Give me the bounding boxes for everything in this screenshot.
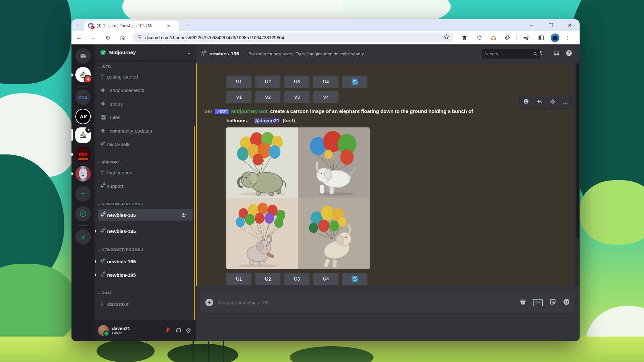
server-mask[interactable]	[75, 166, 91, 181]
more-options-icon[interactable]: …	[563, 99, 568, 105]
upscale-button-u1[interactable]: U1	[226, 76, 251, 88]
category-newcomer-rooms-3[interactable]: ⌄NEWCOMER ROOMS 3	[98, 202, 143, 206]
back-button[interactable]: ←	[73, 31, 84, 44]
download-apps-button[interactable]	[75, 229, 91, 245]
new-tab-button[interactable]: +	[183, 21, 191, 29]
variation-button-v4[interactable]: V4	[313, 91, 338, 103]
reload-button[interactable]: ↻	[102, 31, 113, 44]
channel-announcements[interactable]: announcements	[100, 85, 144, 95]
address-bar[interactable]: discord.com/channels/662267976984297473/…	[133, 32, 453, 42]
extension-layers-icon[interactable]	[459, 31, 470, 44]
channel-getting-started[interactable]: #getting-started	[100, 71, 138, 82]
chat-area: # newbies-105 Bot room for new users. Ty…	[196, 44, 580, 341]
browser-menu-kebab-icon[interactable]: ⋮	[562, 31, 573, 44]
side-panel-icon[interactable]	[535, 31, 547, 44]
channel-trial-support[interactable]: #trial-support	[100, 167, 133, 178]
wallpaper-tuft	[97, 340, 155, 362]
home-button[interactable]	[117, 31, 128, 44]
chevron-down-icon: ⌄	[98, 202, 100, 206]
server-dns[interactable]: DNS	[75, 89, 91, 105]
message-input[interactable]: + Message #newbies-105 GIF	[200, 292, 575, 313]
rerun-button[interactable]	[342, 273, 367, 285]
upscale-button-u4[interactable]: U4	[313, 273, 338, 285]
message-list[interactable]: U1 U2 U3 U4 V1 V2 V3 V4	[196, 63, 580, 286]
channel-newbies-135[interactable]: # newbies-135	[100, 226, 136, 236]
upscale-button-u3[interactable]: U3	[284, 76, 309, 88]
add-server-button[interactable]: +	[75, 186, 91, 201]
tab-search-button[interactable]: ⌄	[74, 21, 82, 29]
settings-gear-icon[interactable]: ⚙	[185, 327, 191, 334]
sticker-icon[interactable]	[549, 298, 556, 307]
extension-flower-icon[interactable]	[473, 31, 485, 44]
extensions-puzzle-icon[interactable]	[502, 31, 513, 44]
site-info-icon[interactable]	[137, 34, 142, 41]
window-close-button[interactable]: ✕	[562, 19, 577, 31]
channel-newbies-195[interactable]: # newbies-195	[100, 270, 136, 280]
server-midjourney[interactable]: 4	[75, 67, 91, 82]
server-discord-home[interactable]	[75, 48, 91, 64]
server-header[interactable]: Midjourney ⌄	[95, 44, 196, 60]
username: daven21	[112, 326, 162, 331]
upscale-button-u3[interactable]: U3	[284, 273, 309, 285]
author-name[interactable]: Midjourney Bot	[231, 108, 268, 114]
variation-button-v2[interactable]: V2	[255, 91, 280, 103]
variation-button-v3[interactable]: V3	[284, 91, 309, 103]
user-avatar[interactable]	[98, 325, 109, 336]
upscale-button-u2[interactable]: U2	[255, 273, 280, 285]
browser-tab[interactable]: 4 (4) Discord | #newbies-105 | Mi ✕	[84, 21, 179, 31]
window-minimize-button[interactable]: –	[524, 19, 539, 31]
midjourney-image-grid[interactable]	[226, 127, 370, 269]
create-thread-icon[interactable]	[549, 98, 556, 106]
gift-icon[interactable]	[519, 298, 526, 307]
message-text-line1: create a cartoon image of an elephant fl…	[270, 108, 473, 114]
channel-status[interactable]: status	[100, 98, 123, 109]
attach-plus-icon[interactable]: +	[205, 299, 213, 306]
variation-button-v1[interactable]: V1	[226, 91, 251, 103]
url-text: discord.com/channels/662267976984297473/…	[145, 35, 443, 40]
search-box[interactable]: Search	[482, 49, 540, 59]
rerun-button[interactable]	[342, 76, 367, 88]
reply-icon[interactable]	[536, 98, 543, 106]
channel-topic[interactable]: Bot room for new users. Type /imagine th…	[248, 51, 491, 56]
explore-button[interactable]	[75, 206, 91, 221]
help-icon[interactable]: ?	[565, 50, 573, 58]
user-status: Online	[112, 331, 162, 335]
channel-newbies-105[interactable]: # newbies-105	[100, 210, 136, 220]
upscale-button-u1[interactable]: U1	[226, 273, 251, 285]
sidebar-scrollbar[interactable]	[194, 126, 195, 322]
inbox-icon[interactable]	[553, 50, 560, 58]
channel-newbies-165[interactable]: # newbies-165	[100, 256, 136, 266]
channel-community-updates[interactable]: community-updates	[100, 125, 152, 136]
chat-scrollbar-track[interactable]	[576, 63, 580, 286]
forward-button[interactable]: →	[88, 31, 99, 44]
chevron-down-icon: ⌄	[98, 248, 100, 251]
user-mention[interactable]: @daven21	[254, 118, 280, 124]
upscale-button-u4[interactable]: U4	[313, 76, 338, 88]
category-support[interactable]: ⌄SUPPORT	[98, 160, 120, 164]
tab-close-icon[interactable]: ✕	[167, 23, 170, 28]
invite-member-icon[interactable]	[181, 212, 187, 219]
channel-micro-polls[interactable]: # micro-polls	[100, 139, 130, 149]
chat-scrollbar-thumb[interactable]	[576, 64, 579, 238]
category-chat[interactable]: ⌄CHAT	[98, 291, 112, 295]
extension-headphones-icon[interactable]	[488, 31, 499, 44]
category-newcomer-rooms-4[interactable]: ⌄NEWCOMER ROOMS 4	[98, 248, 143, 252]
channel-discussion[interactable]: #discussion	[100, 299, 130, 309]
server-alephnull[interactable]: A∀	[75, 109, 91, 124]
bookmark-star-icon[interactable]	[443, 34, 450, 41]
search-placeholder: Search	[484, 51, 533, 56]
category-info[interactable]: ⌄INFO	[98, 65, 111, 69]
mic-muted-icon[interactable]	[165, 327, 171, 334]
upscale-button-u2[interactable]: U2	[255, 76, 280, 88]
deafen-headphones-icon[interactable]	[175, 327, 182, 334]
server-midjourney-voice[interactable]	[75, 127, 91, 143]
server-rnr[interactable]: RNR	[75, 147, 91, 162]
add-reaction-icon[interactable]	[523, 98, 529, 106]
window-maximize-button[interactable]	[543, 19, 558, 31]
media-controls-icon[interactable]	[520, 31, 532, 44]
gif-picker-icon[interactable]: GIF	[533, 299, 543, 306]
profile-avatar[interactable]	[551, 33, 559, 42]
channel-support[interactable]: # support	[100, 181, 123, 191]
emoji-picker-icon[interactable]	[563, 298, 570, 307]
channel-rules[interactable]: rules	[100, 112, 120, 122]
